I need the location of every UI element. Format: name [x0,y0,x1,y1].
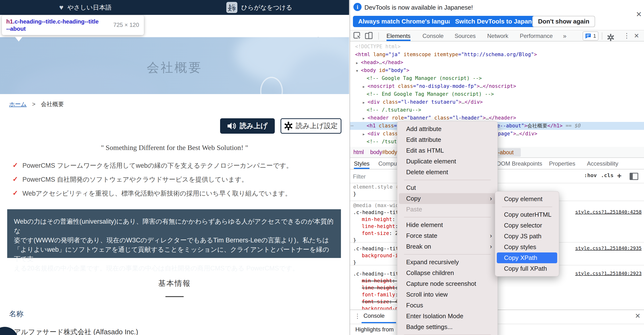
stylesheet-link[interactable]: style.css?1…251840:4258 [575,209,642,215]
submenu-arrow-icon: › [490,193,492,204]
css-rule[interactable]: element.style {} [353,184,399,197]
stylesheet-link[interactable]: style.css?1…251840:2935 [575,245,642,251]
menu-item-copy-element[interactable]: Copy element [497,194,557,204]
breadcrumb-home-link[interactable]: ホーム [9,101,26,107]
element-context-menu: Add attributeEdit attributeEdit as HTMLD… [397,121,498,335]
dom-line[interactable]: <!-- Google Tag Manager (noscript) --> [350,74,644,82]
inspect-element-icon[interactable] [354,32,361,40]
issues-counter[interactable]: 1 [582,32,598,41]
device-toolbar-icon[interactable] [365,32,373,40]
dom-line[interactable]: ▶<div class="l-header tsutaeru">…</div> [350,98,644,106]
infobar-close-icon[interactable]: ✕ [636,10,642,19]
topnav-easy-japanese[interactable]: ♥ やさしい日本語 [59,0,112,15]
drawer-kebab-icon[interactable]: ⋮ [354,312,360,320]
new-style-rule-button[interactable]: + [617,171,622,180]
read-aloud-button[interactable]: 読み上げ [220,118,275,134]
menu-item-delete-element[interactable]: Delete element [399,167,496,178]
console-info-text: Highlights from [355,326,394,333]
expand-arrow-icon[interactable]: ▶ [363,99,368,107]
match-language-button[interactable]: Always match Chrome's language [353,16,464,27]
menu-item-hide-element[interactable]: Hide element [399,220,496,230]
expand-arrow-icon[interactable]: ▶ [363,115,368,122]
menu-item-cut[interactable]: Cut [399,182,496,193]
tab-network[interactable]: Network [487,31,508,41]
menu-item-copy-js-path[interactable]: Copy JS path [497,231,557,242]
kebab-menu-icon[interactable]: ⋮ [624,31,630,41]
tab-elements[interactable]: Elements [386,31,410,41]
menu-item-enter-isolation-mode[interactable]: Enter Isolation Mode [399,311,496,321]
accessibility-topbar: ♥ やさしい日本語 もじ 文字 ひらがなをつける [0,0,349,15]
tab-properties[interactable]: Properties [549,158,575,169]
copy-submenu: Copy elementCopy outerHTMLCopy selectorC… [495,191,559,276]
inspect-tooltip: h1.c-heading--title.c-heading--title --a… [2,15,144,35]
menu-item-duplicate-element[interactable]: Duplicate element [399,156,496,167]
dom-line[interactable]: <html lang="ja" itemscope itemtype="http… [350,51,644,59]
dom-line[interactable]: ▶<noscript class="no-display-mode-fp">…<… [350,82,644,90]
tab-dom-breakpoints[interactable]: DOM Breakpoints [497,158,542,169]
tab-styles[interactable]: Styles [354,158,370,169]
menu-item-scroll-into-view[interactable]: Scroll into view [399,289,496,300]
inspect-dimensions: 725 × 120 [114,22,139,28]
menu-item-paste: Paste [399,204,496,215]
dom-line[interactable]: <!-- End Google Tag Manager (noscript) -… [350,90,644,98]
class-toggle[interactable]: .cls [601,172,614,178]
menu-item-focus[interactable]: Focus [399,300,496,311]
menu-item-copy-xpath[interactable]: Copy XPath [497,252,557,263]
menu-item-copy-styles[interactable]: Copy styles [497,242,557,252]
menu-item-edit-attribute[interactable]: Edit attribute [399,134,496,145]
read-aloud-actions: 読み上げ 読み上げ設定 [0,118,342,134]
crumb-body[interactable]: body#body [370,147,397,157]
menu-item-copy[interactable]: Copy› [399,193,496,204]
dom-line[interactable]: ▶<header role="banner" class="l-header">… [350,114,644,122]
dom-line[interactable]: <!-- /.tsutaeru--> [350,106,644,114]
topnav-hiragana[interactable]: もじ 文字 ひらがなをつける [226,0,292,15]
collapse-arrow-icon[interactable]: ▼ [356,67,361,75]
quote-line: 「よりよいweb」にソフトウェアを通じて貢献することをミッションに、クライアント… [14,245,334,264]
devtools-close-icon[interactable]: ✕ [634,31,639,41]
crumb-html[interactable]: html [354,147,364,157]
dom-line[interactable]: ▶<head>…</head> [350,59,644,67]
pseudo-state-toggle[interactable]: :hov [584,172,597,178]
menu-item-badge-settings[interactable]: Badge settings... [399,321,496,332]
expand-arrow-icon[interactable]: ▶ [356,59,361,67]
menu-item-expand-recursively[interactable]: Expand recursively [399,257,496,267]
breadcrumb-current: 会社概要 [41,101,64,107]
menu-item-edit-as-html[interactable]: Edit as HTML [399,145,496,156]
quote-line: える20名規模の中小企業です。現在の事業の中心は自社開発の商用CMSである Po… [14,264,334,273]
moji-icon: もじ 文字 [226,2,237,13]
check-icon: ✓ [12,175,18,183]
menu-item-force-state[interactable]: Force state› [399,230,496,241]
dont-show-again-button[interactable]: Don't show again [532,16,595,27]
drawer-tab-console[interactable]: Console [364,312,384,319]
expand-arrow-icon[interactable]: ▶ [363,83,368,91]
quote-line: 姿です(WWWの発明者であり、現在のW3CのディレクターでもあるTim Bern… [14,236,334,245]
submenu-arrow-icon: › [490,241,492,252]
dom-line[interactable]: <!DOCTYPE html> [350,43,644,51]
tab-accessibility[interactable]: Accessibility [587,158,618,169]
menu-item-capture-node-screenshot[interactable]: Capture node screenshot [399,278,496,289]
expand-arrow-icon[interactable]: ▶ [363,130,368,138]
breadcrumb-separator: > [32,101,36,107]
menu-item-add-attribute[interactable]: Add attribute [399,124,496,134]
tab-performance[interactable]: Performance [520,31,553,41]
section-heading: 基本情報 [0,278,349,288]
read-aloud-settings-button[interactable]: 読み上げ設定 [280,118,342,134]
menu-item-copy-full-xpath[interactable]: Copy full XPath [497,263,557,274]
more-tabs-icon[interactable]: » [563,31,566,41]
menu-item-copy-selector[interactable]: Copy selector [497,220,557,231]
drawer-close-icon[interactable]: ✕ [635,312,640,320]
tab-console[interactable]: Console [422,31,444,41]
tab-sources[interactable]: Sources [454,31,476,41]
toolbar-divider [378,32,379,40]
menu-item-copy-outerhtml[interactable]: Copy outerHTML [497,209,557,220]
settings-gear-icon[interactable] [607,32,614,43]
menu-item-collapse-children[interactable]: Collapse children [399,267,496,278]
company-name-value: アルファサード株式会社 (Alfasado Inc.) [14,327,138,335]
menu-item-break-on[interactable]: Break on› [399,241,496,252]
sidebar-layout-icon[interactable] [630,173,638,180]
stylesheet-link[interactable]: style.css?1…251840:2923 [575,270,642,276]
mission-quote-box: Webの力はその普遍性(universality)にあり、障害の有無にかかわらず… [7,209,341,258]
dom-line[interactable]: ▼<body id="body"> [350,67,644,74]
devtools-language-infobar: i DevTools is now available in Japanese!… [350,0,644,31]
feature-list: ✓PowerCMS フレームワークを活用してwebの縁の下を支えるテクノロジーカ… [12,161,292,203]
